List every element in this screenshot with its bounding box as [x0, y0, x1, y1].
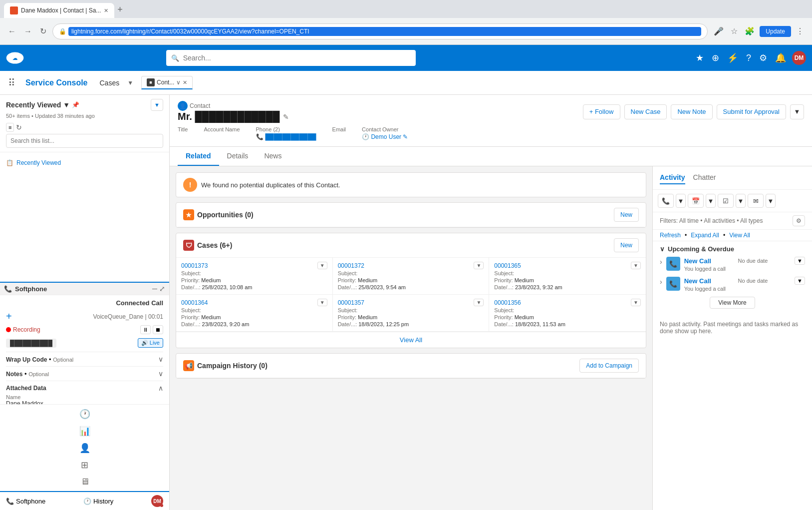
add-to-campaign-btn[interactable]: Add to Campaign [579, 359, 639, 373]
search-bar[interactable]: 🔍 [166, 50, 416, 66]
favorites-btn[interactable]: ★ [694, 50, 706, 65]
lightning-btn[interactable]: ⚡ [725, 50, 740, 65]
update-btn[interactable]: Update [760, 26, 791, 37]
case-dropdown-btn[interactable]: ▼ [631, 299, 641, 306]
add-btn[interactable]: ⊕ [710, 50, 721, 65]
log-call-btn[interactable]: 📞 [658, 194, 674, 208]
view-more-btn[interactable]: View More [710, 297, 755, 309]
cases-new-btn[interactable]: New [614, 238, 639, 252]
cases-view-all-link[interactable]: View All [400, 336, 422, 344]
email-btn[interactable]: ✉ [748, 194, 764, 208]
case-number[interactable]: 00001365 [494, 262, 521, 269]
filters-gear-btn[interactable]: ⚙ [793, 215, 805, 226]
tab-close-icon[interactable]: ✕ [183, 79, 187, 86]
add-call-btn[interactable]: + [6, 311, 12, 322]
tab-chatter[interactable]: Chatter [693, 171, 716, 184]
case-number[interactable]: 00001373 [181, 262, 208, 269]
back-btn[interactable]: ← [6, 25, 18, 38]
address-bar[interactable]: 🔒 lightning.force.com/lightning/r/Contac… [52, 23, 708, 39]
rv-dropdown-btn[interactable]: ▼ [151, 99, 163, 111]
case-dropdown-btn[interactable]: ▼ [631, 262, 641, 269]
new-task-btn[interactable]: ☑ [718, 194, 734, 208]
case-dropdown-btn[interactable]: ▼ [474, 262, 484, 269]
tab-activity[interactable]: Activity [660, 171, 685, 184]
tab-close-btn[interactable]: ✕ [104, 7, 108, 14]
case-dropdown-btn[interactable]: ▼ [317, 262, 327, 269]
follow-btn[interactable]: + Follow [583, 104, 620, 119]
forward-btn[interactable]: → [22, 25, 34, 38]
new-task-dropdown[interactable]: ▼ [736, 194, 746, 208]
opportunities-new-btn[interactable]: New [614, 208, 639, 222]
new-call-title[interactable]: New Call [684, 257, 711, 265]
case-number[interactable]: 00001356 [494, 299, 521, 306]
case-number[interactable]: 00001357 [338, 299, 364, 306]
owner-value[interactable]: 🕐 Demo User ✎ [362, 133, 408, 140]
notes-dropdown-btn[interactable]: ∨ [158, 370, 163, 378]
tab-news[interactable]: News [256, 147, 289, 166]
call-expand-btn[interactable]: › [660, 258, 662, 266]
help-btn[interactable]: ? [744, 51, 753, 65]
rv-refresh-btn[interactable]: ↻ [16, 123, 22, 131]
cases-nav-item[interactable]: Cases [94, 76, 126, 90]
app-launcher-btn[interactable]: ⠿ [4, 75, 19, 91]
refresh-link[interactable]: Refresh [660, 232, 681, 239]
notifications-btn[interactable]: 🔔 [773, 50, 788, 65]
nav-apps-icon[interactable]: ⊞ [81, 460, 88, 471]
avatar-bottom[interactable]: DM [151, 495, 163, 507]
tab-related[interactable]: Related [178, 147, 219, 166]
owner-label: Contact Owner [362, 126, 408, 132]
expand-all-link[interactable]: Expand All [691, 232, 719, 239]
new-note-btn[interactable]: New Note [671, 104, 712, 119]
contact-edit-btn[interactable]: ✎ [283, 113, 289, 121]
wrap-up-dropdown-btn[interactable]: ∨ [158, 355, 163, 363]
history-bottom-btn[interactable]: 🕐 History [83, 498, 113, 505]
call-item-dropdown-btn2[interactable]: ▼ [795, 277, 805, 285]
setup-btn[interactable]: ⚙ [757, 50, 769, 65]
view-all-link[interactable]: View All [729, 232, 750, 239]
email-dropdown[interactable]: ▼ [766, 194, 776, 208]
case-dropdown-btn[interactable]: ▼ [474, 299, 484, 306]
nav-chart-icon[interactable]: 📊 [79, 426, 90, 437]
nav-people-icon[interactable]: 👤 [79, 443, 90, 454]
tab-dropdown-btn[interactable]: ∨ [176, 79, 181, 86]
user-avatar[interactable]: DM [792, 51, 806, 65]
nav-dropdown-btn[interactable]: ▼ [127, 79, 133, 86]
sidebar-search-input[interactable] [6, 134, 163, 148]
stop-recording-btn[interactable]: ⏹ [153, 325, 163, 334]
upcoming-header[interactable]: ∨ Upcoming & Overdue [660, 245, 805, 253]
call-expand-btn2[interactable]: › [660, 278, 662, 286]
pause-recording-btn[interactable]: ⏸ [140, 325, 151, 334]
extensions-btn[interactable]: 🧩 [743, 24, 757, 38]
attached-data-collapse-btn[interactable]: ∧ [158, 384, 163, 392]
log-call-dropdown[interactable]: ▼ [676, 194, 686, 208]
actions-dropdown-btn[interactable]: ▼ [790, 104, 804, 119]
softphone-expand-btn[interactable]: ⤢ [159, 285, 165, 293]
new-call-title2[interactable]: New Call [684, 277, 711, 285]
browser-tab[interactable]: Dane Maddox | Contact | Sa... ✕ [4, 3, 114, 18]
nav-recent-icon[interactable]: 🕐 [79, 409, 90, 420]
new-case-btn[interactable]: New Case [624, 104, 667, 119]
case-dropdown-btn[interactable]: ▼ [317, 299, 327, 306]
case-number[interactable]: 00001372 [338, 262, 364, 269]
new-event-dropdown[interactable]: ▼ [706, 194, 716, 208]
case-number[interactable]: 00001364 [181, 299, 208, 306]
bookmark-btn[interactable]: ☆ [729, 24, 740, 38]
search-input[interactable] [183, 54, 411, 62]
menu-btn[interactable]: ⋮ [794, 24, 806, 38]
submit-approval-btn[interactable]: Submit for Approval [717, 104, 786, 119]
softphone-minimize-btn[interactable]: ─ [152, 285, 157, 293]
tab-details[interactable]: Details [219, 147, 257, 166]
nav-service-icon[interactable]: 🖥 [80, 477, 89, 487]
rv-pin-icon[interactable]: 📌 [72, 101, 79, 108]
live-badge[interactable]: 🔊 Live [138, 338, 163, 348]
rv-list-view-btn[interactable]: ≡ [6, 123, 14, 132]
contact-tab[interactable]: ■ Cont... ∨ ✕ [141, 76, 193, 89]
softphone-bottom-btn[interactable]: 📞 Softphone [6, 498, 45, 505]
rv-dropdown-icon[interactable]: ▼ [63, 101, 70, 109]
mic-btn[interactable]: 🎤 [712, 24, 726, 38]
recently-viewed-item[interactable]: 📋 Recently Viewed [0, 156, 169, 169]
new-tab-btn[interactable]: + [114, 1, 126, 18]
new-event-btn[interactable]: 📅 [688, 194, 704, 208]
call-item-dropdown-btn[interactable]: ▼ [795, 257, 805, 265]
reload-btn[interactable]: ↻ [38, 24, 48, 38]
